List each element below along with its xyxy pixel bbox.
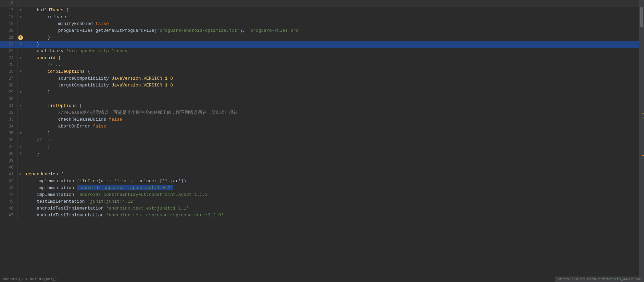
fold-icon[interactable]: ▼ <box>20 90 22 94</box>
fold-gutter[interactable] <box>17 0 24 7</box>
fold-gutter[interactable] <box>17 27 24 34</box>
table-row: 21! } <box>0 34 639 41</box>
table-row: 34 abortOnError false <box>0 123 639 130</box>
code-area[interactable]: 1617▼ buildTypes {18▼ release {19 minify… <box>0 0 639 282</box>
table-row: 41▶dependencies { <box>0 171 639 178</box>
line-number: 29 <box>0 89 17 96</box>
fold-gutter[interactable] <box>17 198 24 205</box>
fold-gutter[interactable]: ▼ <box>17 89 24 96</box>
fold-gutter[interactable]: ▶ <box>17 171 24 178</box>
line-number: 40 <box>0 164 17 171</box>
code-content: androidTestImplementation 'androidx.test… <box>24 212 639 219</box>
fold-icon[interactable]: ▼ <box>20 15 22 19</box>
fold-icon[interactable]: ▼ <box>20 42 22 46</box>
code-content <box>24 164 639 171</box>
fold-gutter[interactable] <box>17 82 24 89</box>
fold-icon[interactable]: ▼ <box>20 145 22 149</box>
line-number: 45 <box>0 198 17 205</box>
fold-gutter[interactable] <box>17 96 24 103</box>
line-number: 32 <box>0 109 17 116</box>
line-number: 36 <box>0 137 17 144</box>
table-row: 22▼ } <box>0 41 639 48</box>
code-content: implementation fileTree(dir: 'libs', inc… <box>24 178 639 185</box>
fold-gutter[interactable] <box>17 109 24 116</box>
fold-icon[interactable]: ▼ <box>20 131 22 135</box>
table-row: 36 // ... <box>0 137 639 144</box>
fold-gutter[interactable]: ▼ <box>17 7 24 14</box>
fold-gutter[interactable]: ! <box>17 34 24 41</box>
fold-gutter[interactable] <box>17 75 24 82</box>
fold-gutter[interactable] <box>17 205 24 212</box>
fold-icon[interactable]: ▼ <box>20 70 22 73</box>
code-content <box>24 96 639 103</box>
fold-icon[interactable]: ▼ <box>20 56 22 60</box>
table-row: 17▼ buildTypes { <box>0 7 639 14</box>
fold-gutter[interactable] <box>17 116 24 123</box>
table-row: 44 implementation 'androidx.constraintla… <box>0 191 639 198</box>
code-content <box>24 157 639 164</box>
fold-gutter[interactable] <box>17 178 24 185</box>
scrollbar-thumb[interactable] <box>640 7 643 27</box>
fold-gutter[interactable]: ▼ <box>17 150 24 157</box>
fold-gutter[interactable]: ▼ <box>17 144 24 150</box>
line-number: 20 <box>0 27 17 34</box>
code-content: } <box>24 34 639 41</box>
fold-icon[interactable]: ▶ <box>20 172 22 176</box>
fold-gutter[interactable] <box>17 123 24 130</box>
line-number: 46 <box>0 205 17 212</box>
code-content: minifyEnabled false <box>24 21 639 27</box>
table-row: 27 sourceCompatibility JavaVersion.VERSI… <box>0 75 639 82</box>
code-content: dependencies { <box>24 171 639 178</box>
watermark: https://blog.csdn.net/weixin_44575660 <box>555 277 644 282</box>
line-number: 44 <box>0 191 17 198</box>
fold-gutter[interactable]: ▼ <box>17 130 24 137</box>
table-row: 25 // ... <box>0 62 639 68</box>
fold-gutter[interactable] <box>17 191 24 198</box>
line-number: 25 <box>0 62 17 68</box>
scrollbar-right[interactable] <box>639 0 644 282</box>
fold-gutter[interactable] <box>17 185 24 191</box>
line-number: 26 <box>0 68 17 75</box>
code-content: } <box>24 41 639 48</box>
fold-gutter[interactable]: ▼ <box>17 68 24 75</box>
fold-gutter[interactable] <box>17 62 24 68</box>
fold-gutter[interactable]: ▼ <box>17 103 24 109</box>
hint-icon: ! <box>18 35 23 40</box>
line-number: 21 <box>0 34 17 41</box>
fold-gutter[interactable] <box>17 212 24 219</box>
table-row: 35▼ } <box>0 130 639 137</box>
code-content: testImplementation 'junit:junit:4.12' <box>24 198 639 205</box>
table-row: 31▼ lintOptions { <box>0 103 639 109</box>
code-content: useLibrary 'org.apache.http.legacy' <box>24 48 639 55</box>
fold-gutter[interactable] <box>17 137 24 144</box>
code-content: } <box>24 144 639 150</box>
line-number: 28 <box>0 82 17 89</box>
table-row: 40 <box>0 164 639 171</box>
fold-gutter[interactable]: ▼ <box>17 41 24 48</box>
line-number: 41 <box>0 171 17 178</box>
code-content: compileOptions { <box>24 68 639 75</box>
scroll-annotation-1 <box>642 113 644 113</box>
line-number: 47 <box>0 212 17 219</box>
fold-icon[interactable]: ▼ <box>20 104 22 108</box>
fold-gutter[interactable] <box>17 48 24 55</box>
scroll-annotation-3 <box>642 155 644 156</box>
code-content: buildTypes { <box>24 7 639 14</box>
fold-icon[interactable]: ▼ <box>20 8 22 12</box>
line-number: 27 <box>0 75 17 82</box>
code-content: targetCompatibility JavaVersion.VERSION_… <box>24 82 639 89</box>
line-number: 35 <box>0 130 17 137</box>
fold-gutter[interactable]: ▼ <box>17 14 24 21</box>
code-content: } <box>24 89 639 96</box>
line-number: 23 <box>0 48 17 55</box>
code-content: implementation 'androidx.constraintlayou… <box>24 191 639 198</box>
fold-gutter[interactable]: ▼ <box>17 55 24 62</box>
fold-gutter[interactable] <box>17 157 24 164</box>
table-row: 45 testImplementation 'junit:junit:4.12' <box>0 198 639 205</box>
fold-gutter[interactable] <box>17 164 24 171</box>
table-row: 42 implementation fileTree(dir: 'libs', … <box>0 178 639 185</box>
code-content <box>24 0 639 7</box>
fold-icon[interactable]: ▼ <box>20 152 22 156</box>
fold-gutter[interactable] <box>17 21 24 27</box>
table-row: 26▼ compileOptions { <box>0 68 639 75</box>
